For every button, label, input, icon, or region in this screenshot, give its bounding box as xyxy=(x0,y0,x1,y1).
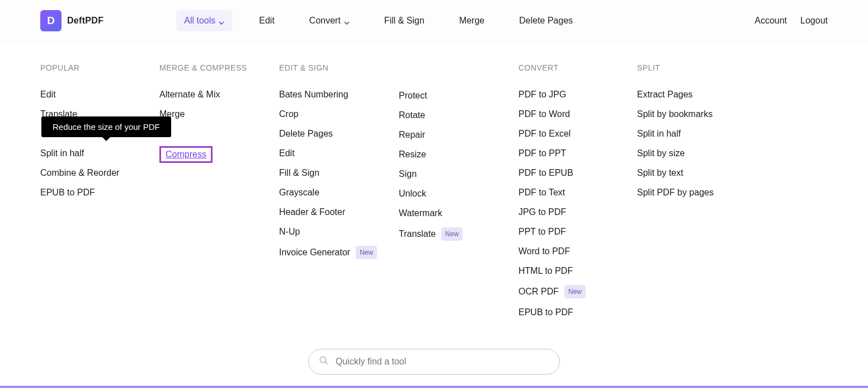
tool-split-size[interactable]: Split by size xyxy=(637,148,754,159)
tool-pdf-to-excel[interactable]: PDF to Excel xyxy=(518,128,637,139)
tool-watermark[interactable]: Watermark xyxy=(399,208,518,219)
footer-bar xyxy=(0,386,868,388)
logout-link[interactable]: Logout xyxy=(800,16,828,26)
tool-bates-numbering[interactable]: Bates Numbering xyxy=(279,89,399,100)
tool-pdf-to-jpg[interactable]: PDF to JPG xyxy=(518,89,637,100)
nav-fill-sign[interactable]: Fill & Sign xyxy=(376,10,432,31)
tool-pdf-to-text[interactable]: PDF to Text xyxy=(518,187,637,198)
search-box[interactable] xyxy=(308,349,560,375)
search-icon xyxy=(319,356,329,368)
tool-split-text[interactable]: Split by text xyxy=(637,167,754,179)
tool-epub-to-pdf2[interactable]: EPUB to PDF xyxy=(518,307,637,318)
nav-edit[interactable]: Edit xyxy=(251,10,282,31)
tool-combine-reorder[interactable]: Combine & Reorder xyxy=(40,167,159,179)
svg-point-0 xyxy=(320,357,326,363)
nav-all-tools-label: All tools xyxy=(184,16,215,26)
nav-merge[interactable]: Merge xyxy=(451,10,492,31)
heading-split: SPLIT xyxy=(637,63,754,72)
tool-compress[interactable]: Compress xyxy=(166,149,206,160)
tool-resize[interactable]: Resize xyxy=(399,149,518,160)
heading-merge: MERGE & COMPRESS xyxy=(159,63,279,72)
column-popular: POPULAR Edit Translate Split in half Com… xyxy=(40,63,159,326)
account-link[interactable]: Account xyxy=(754,16,787,26)
tool-crop[interactable]: Crop xyxy=(279,109,399,120)
tool-protect[interactable]: Protect xyxy=(399,90,518,101)
tool-ppt-to-pdf[interactable]: PPT to PDF xyxy=(518,226,637,237)
tool-unlock[interactable]: Unlock xyxy=(399,188,518,199)
tool-ocr-pdf[interactable]: OCR PDF New xyxy=(518,285,637,298)
tool-pdf-to-epub[interactable]: PDF to EPUB xyxy=(518,167,637,179)
tool-compress-highlight: Compress xyxy=(159,146,213,163)
tool-n-up[interactable]: N-Up xyxy=(279,226,399,237)
search-input[interactable] xyxy=(336,357,549,367)
chevron-down-icon xyxy=(219,18,224,24)
heading-edit-sign: EDIT & SIGN xyxy=(279,63,399,72)
tool-rotate[interactable]: Rotate xyxy=(399,110,518,121)
column-split: SPLIT Extract Pages Split by bookmarks S… xyxy=(637,63,754,326)
tool-fill-sign[interactable]: Fill & Sign xyxy=(279,167,399,179)
new-badge: New xyxy=(564,285,586,298)
tool-pdf-to-word[interactable]: PDF to Word xyxy=(518,109,637,120)
new-badge: New xyxy=(356,246,377,259)
column-edit-sign-2: Protect Rotate Repair Resize Sign Unlock… xyxy=(399,63,518,326)
search-row xyxy=(0,343,868,386)
tool-edit[interactable]: Edit xyxy=(40,89,159,100)
tool-merge[interactable]: Merge xyxy=(159,109,279,120)
brand-name: DeftPDF xyxy=(67,16,103,26)
tool-extract-pages[interactable]: Extract Pages xyxy=(637,89,754,100)
logo[interactable]: D DeftPDF xyxy=(40,10,103,31)
mega-menu: Reduce the size of your PDF POPULAR Edit… xyxy=(0,42,868,343)
tool-split-half2[interactable]: Split in half xyxy=(637,128,754,139)
column-edit-sign-1: EDIT & SIGN Bates Numbering Crop Delete … xyxy=(279,63,399,326)
nav-delete-pages[interactable]: Delete Pages xyxy=(511,10,581,31)
column-merge-compress: MERGE & COMPRESS Alternate & Mix Merge C… xyxy=(159,63,279,326)
tool-pdf-to-ppt[interactable]: PDF to PPT xyxy=(518,148,637,159)
header: D DeftPDF All tools Edit Convert Fill & … xyxy=(0,0,868,42)
nav-convert-label: Convert xyxy=(309,16,341,26)
tool-html-to-pdf[interactable]: HTML to PDF xyxy=(518,265,637,277)
tool-word-to-pdf[interactable]: Word to PDF xyxy=(518,246,637,257)
tool-split-in-half[interactable]: Split in half xyxy=(40,148,159,159)
heading-convert: CONVERT xyxy=(518,63,637,72)
tool-header-footer[interactable]: Header & Footer xyxy=(279,207,399,218)
tool-jpg-to-pdf[interactable]: JPG to PDF xyxy=(518,207,637,218)
main-nav: All tools Edit Convert Fill & Sign Merge… xyxy=(176,10,581,31)
auth-links: Account Logout xyxy=(754,16,828,26)
tool-edit2[interactable]: Edit xyxy=(279,148,399,159)
tool-translate2[interactable]: Translate New xyxy=(399,227,518,241)
chevron-down-icon xyxy=(344,18,350,24)
tool-split-bookmarks[interactable]: Split by bookmarks xyxy=(637,109,754,120)
nav-all-tools[interactable]: All tools xyxy=(176,10,232,31)
tool-grayscale[interactable]: Grayscale xyxy=(279,187,399,198)
svg-line-1 xyxy=(325,362,328,364)
new-badge: New xyxy=(441,227,463,241)
tooltip: Reduce the size of your PDF xyxy=(41,116,171,137)
tool-delete-pages[interactable]: Delete Pages xyxy=(279,128,399,139)
heading-popular: POPULAR xyxy=(40,63,159,72)
nav-convert[interactable]: Convert xyxy=(301,10,357,31)
tool-invoice-generator[interactable]: Invoice Generator New xyxy=(279,246,399,259)
tool-repair[interactable]: Repair xyxy=(399,129,518,141)
tool-alternate-mix[interactable]: Alternate & Mix xyxy=(159,89,279,100)
column-convert: CONVERT PDF to JPG PDF to Word PDF to Ex… xyxy=(518,63,637,326)
logo-icon: D xyxy=(40,10,62,31)
tool-epub-to-pdf[interactable]: EPUB to PDF xyxy=(40,187,159,198)
tool-split-pages[interactable]: Split PDF by pages xyxy=(637,187,754,198)
tool-sign[interactable]: Sign xyxy=(399,169,518,180)
